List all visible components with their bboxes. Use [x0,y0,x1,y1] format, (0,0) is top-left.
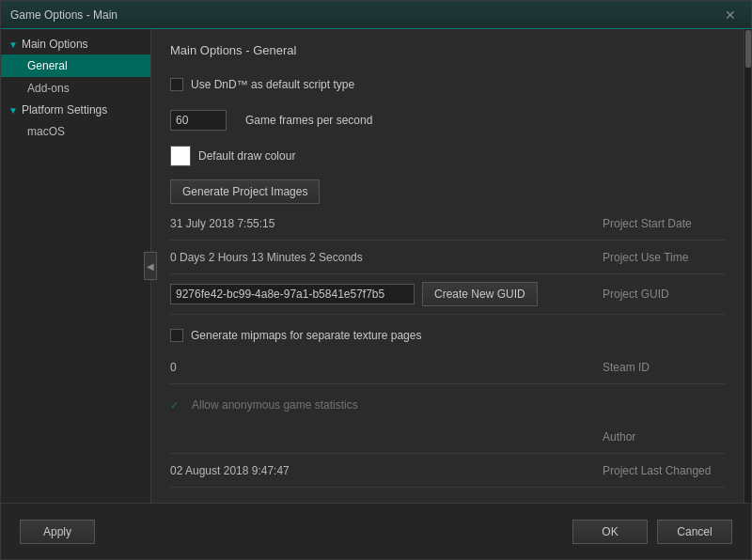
generate-images-button[interactable]: Generate Project Images [170,179,320,204]
project-start-date-label: Project Start Date [574,217,725,230]
guid-input[interactable] [170,284,415,304]
fps-label: Game frames per second [245,114,372,127]
color-swatch[interactable] [170,146,191,166]
main-window: Game Options - Main ✕ ▼ Main Options Gen… [0,0,752,560]
sidebar-group-main-options[interactable]: ▼ Main Options [1,34,150,54]
footer: Apply OK Cancel [1,503,751,559]
footer-left: Apply [20,520,95,544]
allow-anon-label: Allow anonymous game statistics [192,398,358,412]
fps-row: Game frames per second [170,107,725,133]
generate-images-row: Generate Project Images [170,179,725,205]
allow-anon-row: ✓ Allow anonymous game statistics [170,392,725,418]
arrow-platform-icon: ▼ [8,105,18,116]
ok-button[interactable]: OK [572,520,648,544]
project-use-time-label: Project Use Time [574,251,725,264]
close-button[interactable]: ✕ [719,6,742,24]
sidebar-section-main: ▼ Main Options General Add-ons [1,34,150,100]
titlebar: Game Options - Main ✕ [1,1,751,29]
arrow-icon: ▼ [8,39,18,50]
project-guid-label: Project GUID [574,288,725,301]
project-last-changed-value: 02 August 2018 9:47:47 [170,464,574,477]
author-row: Author [170,428,725,454]
project-start-date-row: 31 July 2018 7:55:15 Project Start Date [170,214,725,241]
project-last-changed-label: Project Last Changed [574,464,725,477]
use-dnd-checkbox[interactable] [170,78,183,91]
default-draw-row: Default draw colour [170,143,725,169]
author-label: Author [574,430,725,443]
scrollbar-thumb[interactable] [745,30,751,68]
use-dnd-label: Use DnD™ as default script type [191,78,354,91]
steam-id-value: 0 [170,361,574,374]
apply-button[interactable]: Apply [20,520,95,544]
sidebar-group-platform-label[interactable]: ▼ Platform Settings [1,100,150,120]
footer-right: OK Cancel [572,520,732,544]
content-area: ▼ Main Options General Add-ons ▼ Platfor… [1,29,751,503]
main-content: Main Options - General Use DnD™ as defau… [151,29,744,503]
project-use-time-row: 0 Days 2 Hours 13 Minutes 2 Seconds Proj… [170,248,725,274]
main-wrapper: ◀ Main Options - General Use DnD™ as def… [151,29,751,503]
project-last-changed-row: 02 August 2018 9:47:47 Project Last Chan… [170,461,725,488]
project-guid-row: Create New GUID Project GUID [170,282,725,315]
default-draw-label: Default draw colour [198,149,295,163]
sidebar-item-general[interactable]: General [1,54,150,77]
steam-id-label: Steam ID [574,361,725,374]
use-dnd-row: Use DnD™ as default script type [170,71,725,98]
generate-mipmaps-row: Generate mipmaps for separate texture pa… [170,322,725,349]
project-start-date-value: 31 July 2018 7:55:15 [170,217,574,230]
cancel-button[interactable]: Cancel [657,520,732,544]
fps-input[interactable] [170,110,227,131]
checkmark-icon: ✓ [170,399,179,412]
sidebar-group-main-label: Main Options [22,38,88,51]
sidebar-group-platform-text: Platform Settings [22,103,107,117]
generate-mipmaps-label: Generate mipmaps for separate texture pa… [191,329,421,342]
sidebar: ▼ Main Options General Add-ons ▼ Platfor… [1,29,151,503]
window-title: Game Options - Main [10,8,118,22]
sidebar-item-macos[interactable]: macOS [1,120,150,143]
scrollbar-track[interactable] [744,29,751,503]
project-use-time-value: 0 Days 2 Hours 13 Minutes 2 Seconds [170,251,574,264]
sidebar-section-platform: ▼ Platform Settings macOS [1,100,150,143]
steam-id-row: 0 Steam ID [170,358,725,384]
page-title: Main Options - General [170,43,725,57]
sidebar-item-addons[interactable]: Add-ons [1,77,150,100]
create-guid-button[interactable]: Create New GUID [422,282,538,306]
generate-mipmaps-checkbox[interactable] [170,329,183,342]
